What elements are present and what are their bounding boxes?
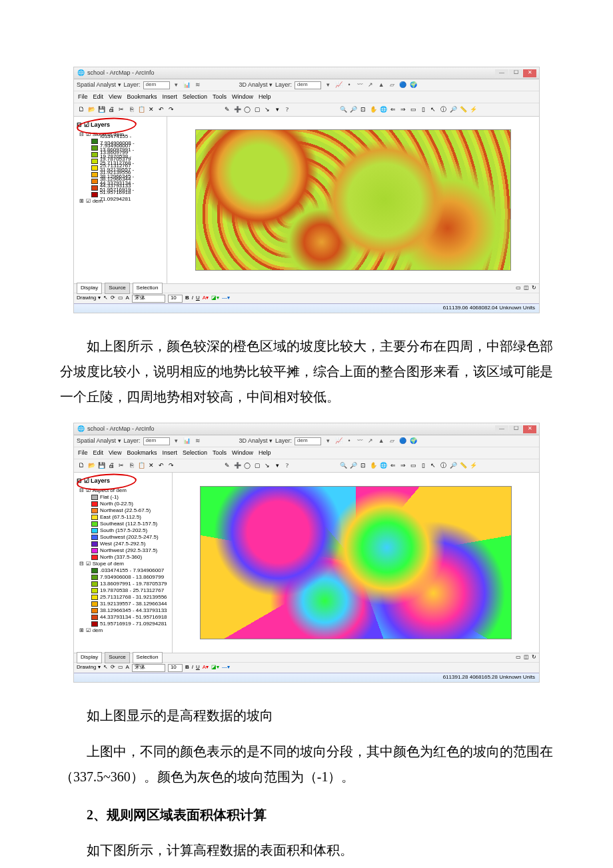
3d-analyst-dropdown[interactable]: 3D Analyst ▾: [239, 79, 273, 90]
add-data-icon[interactable]: ➕: [233, 105, 242, 115]
zoom-in-icon[interactable]: 🔍: [338, 461, 348, 471]
clear-sel-icon[interactable]: ▯: [418, 105, 428, 115]
edit-icon[interactable]: ▢: [253, 461, 262, 471]
arcscene-icon[interactable]: 🔵: [398, 81, 406, 89]
arrow-icon[interactable]: ▾: [273, 461, 282, 471]
spatial-analyst-dropdown[interactable]: Spatial Analyst ▾: [77, 435, 121, 446]
minimize-button[interactable]: —: [495, 69, 508, 77]
map-view[interactable]: [167, 117, 539, 283]
add-data-icon[interactable]: ➕: [233, 461, 242, 471]
menu-help[interactable]: Help: [259, 447, 271, 458]
copy-icon[interactable]: ⎘: [127, 105, 136, 115]
font-color-icon[interactable]: A▾: [203, 663, 209, 672]
zoom-fixed-icon[interactable]: ⊡: [358, 461, 368, 471]
rect-icon[interactable]: ▭: [118, 663, 123, 672]
maximize-button[interactable]: ☐: [509, 69, 522, 77]
layer-select-spatial[interactable]: dem: [143, 437, 170, 445]
forward-icon[interactable]: ⇒: [398, 461, 408, 471]
close-button[interactable]: ✕: [523, 69, 536, 77]
spatial-analyst-dropdown[interactable]: Spatial Analyst ▾: [77, 79, 121, 90]
menu-edit[interactable]: Edit: [93, 91, 104, 102]
tab-source[interactable]: Source: [105, 283, 129, 293]
menu-view[interactable]: View: [109, 447, 121, 458]
contour-icon[interactable]: ≋: [194, 437, 202, 445]
select-elements-icon[interactable]: ↖: [103, 663, 108, 672]
layers-root[interactable]: ⊟ ☑ Layers: [77, 119, 164, 130]
data-view-icon[interactable]: ◫: [524, 283, 529, 293]
full-extent-icon[interactable]: 🌐: [378, 461, 388, 471]
copy-icon[interactable]: ⎘: [127, 461, 136, 471]
open-icon[interactable]: 📂: [87, 461, 96, 471]
editor-icon[interactable]: ✎: [223, 105, 232, 115]
pointer-icon[interactable]: ↖: [428, 461, 438, 471]
redo-icon[interactable]: ↷: [167, 461, 176, 471]
zoom-in-icon[interactable]: 🔍: [338, 105, 348, 115]
arcglobe-icon[interactable]: 🌍: [409, 81, 417, 89]
contour-icon[interactable]: ≋: [194, 81, 202, 89]
line-color-icon[interactable]: —▾: [222, 293, 230, 303]
undo-icon[interactable]: ↶: [157, 105, 166, 115]
drawing-dropdown[interactable]: Drawing ▾: [77, 293, 101, 303]
3d-analyst-dropdown[interactable]: 3D Analyst ▾: [239, 435, 273, 446]
sketch-icon[interactable]: ◯: [243, 461, 252, 471]
fill-color-icon[interactable]: ◪▾: [211, 663, 219, 672]
text-icon[interactable]: A: [126, 293, 129, 303]
paste-icon[interactable]: 📋: [137, 105, 146, 115]
print-icon[interactable]: 🖨: [107, 461, 116, 471]
steepest-icon[interactable]: ▲: [377, 437, 385, 445]
dropdown-icon[interactable]: ▾: [324, 437, 332, 445]
menu-tools[interactable]: Tools: [213, 91, 227, 102]
menu-insert[interactable]: Insert: [162, 91, 177, 102]
line-color-icon[interactable]: —▾: [222, 663, 230, 672]
layout-view-icon[interactable]: ▭: [516, 653, 521, 662]
back-icon[interactable]: ⇐: [388, 461, 398, 471]
trace-icon[interactable]: ↘: [263, 461, 272, 471]
dropdown-icon[interactable]: ▾: [173, 437, 181, 445]
hyperlink-icon[interactable]: ⚡: [468, 461, 478, 471]
cut-icon[interactable]: ✂: [117, 105, 126, 115]
arrow-icon[interactable]: ▾: [273, 105, 282, 115]
undo-icon[interactable]: ↶: [157, 461, 166, 471]
font-color-icon[interactable]: A▾: [203, 293, 209, 303]
menu-bookmarks[interactable]: Bookmarks: [127, 91, 157, 102]
dropdown-icon[interactable]: ▾: [173, 81, 181, 89]
zoom-out-icon[interactable]: 🔎: [348, 461, 358, 471]
zoom-fixed-icon[interactable]: ⊡: [358, 105, 368, 115]
refresh-icon[interactable]: ↻: [532, 283, 536, 293]
new-icon[interactable]: 🗋: [77, 461, 86, 471]
save-icon[interactable]: 💾: [97, 461, 106, 471]
refresh-icon[interactable]: ↻: [532, 653, 536, 662]
menu-bookmarks[interactable]: Bookmarks: [127, 447, 157, 458]
layer-select-3d[interactable]: dem: [295, 81, 321, 89]
open-icon[interactable]: 📂: [87, 105, 96, 115]
back-icon[interactable]: ⇐: [388, 105, 398, 115]
los-icon[interactable]: ↗: [366, 437, 374, 445]
underline-icon[interactable]: U: [196, 663, 200, 672]
pointer-icon[interactable]: ↖: [428, 105, 438, 115]
full-extent-icon[interactable]: 🌐: [378, 105, 388, 115]
close-button[interactable]: ✕: [523, 425, 536, 433]
underline-icon[interactable]: U: [196, 293, 200, 303]
zoom-out-icon[interactable]: 🔎: [348, 105, 358, 115]
arcglobe-icon[interactable]: 🌍: [409, 437, 417, 445]
save-icon[interactable]: 💾: [97, 105, 106, 115]
edit-icon[interactable]: ▢: [253, 105, 262, 115]
bold-icon[interactable]: B: [185, 293, 189, 303]
interpolate-line-icon[interactable]: 📈: [334, 437, 342, 445]
tab-selection[interactable]: Selection: [133, 283, 163, 293]
menu-insert[interactable]: Insert: [162, 447, 177, 458]
menu-view[interactable]: View: [109, 91, 121, 102]
histogram-icon[interactable]: 📊: [183, 81, 191, 89]
point-icon[interactable]: •: [345, 437, 353, 445]
menu-window[interactable]: Window: [232, 91, 253, 102]
interpolate-line-icon[interactable]: 📈: [334, 81, 342, 89]
layout-view-icon[interactable]: ▭: [516, 283, 521, 293]
font-select[interactable]: 宋体: [132, 664, 165, 672]
data-view-icon[interactable]: ◫: [524, 653, 529, 662]
pan-icon[interactable]: ✋: [368, 461, 378, 471]
fill-color-icon[interactable]: ◪▾: [211, 293, 219, 303]
menu-edit[interactable]: Edit: [93, 447, 104, 458]
layers-root[interactable]: ⊟ ☑ Layers: [77, 475, 169, 486]
profile-icon[interactable]: 〰: [356, 81, 364, 89]
rotate-icon[interactable]: ⟳: [111, 663, 115, 672]
